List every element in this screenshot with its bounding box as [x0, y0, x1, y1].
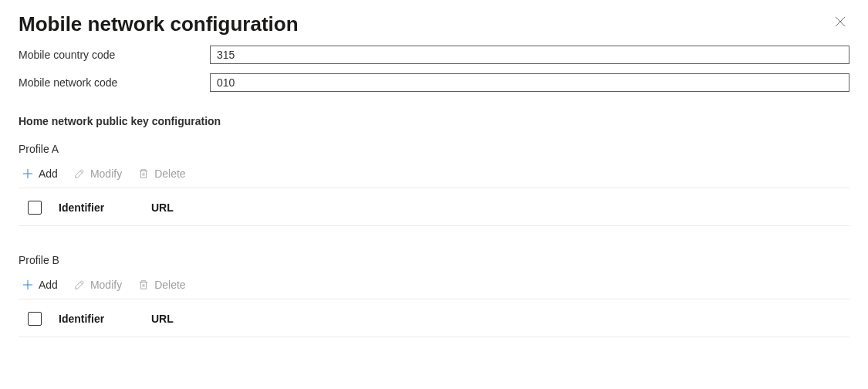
- profile-b-delete-button[interactable]: Delete: [134, 276, 188, 294]
- add-label: Add: [39, 279, 58, 291]
- trash-icon: [137, 279, 150, 291]
- delete-label: Delete: [154, 279, 185, 291]
- profile-b-col-url[interactable]: URL: [151, 313, 174, 325]
- profile-a-col-url[interactable]: URL: [151, 201, 174, 214]
- delete-label: Delete: [154, 167, 185, 180]
- section-heading: Home network public key configuration: [19, 115, 849, 127]
- profile-b-add-button[interactable]: Add: [19, 276, 61, 294]
- mobile-network-config-panel: Mobile network configuration Mobile coun…: [0, 0, 868, 356]
- pencil-icon: [73, 279, 86, 291]
- profile-b-label: Profile B: [19, 254, 849, 266]
- profile-a-table-header: Identifier URL: [19, 188, 849, 226]
- profile-a-label: Profile A: [19, 143, 849, 155]
- mnc-input[interactable]: [210, 73, 849, 92]
- panel-title: Mobile network configuration: [19, 12, 299, 36]
- plus-icon: [22, 167, 34, 180]
- mcc-input[interactable]: [210, 46, 849, 64]
- add-label: Add: [39, 167, 58, 180]
- close-icon: [835, 16, 846, 29]
- mcc-label: Mobile country code: [19, 49, 210, 61]
- modify-label: Modify: [90, 167, 122, 180]
- profile-b-toolbar: Add Modify Delete: [19, 276, 849, 299]
- profile-a-modify-button[interactable]: Modify: [70, 164, 125, 183]
- profile-b-col-identifier[interactable]: Identifier: [59, 313, 151, 325]
- modify-label: Modify: [90, 279, 122, 291]
- pencil-icon: [73, 167, 86, 180]
- profile-a-toolbar: Add Modify Delete: [19, 164, 849, 188]
- profile-b-select-all-checkbox[interactable]: [28, 312, 42, 326]
- profile-a-select-all-cell: [28, 201, 59, 215]
- plus-icon: [22, 279, 34, 291]
- trash-icon: [137, 167, 150, 180]
- mnc-label: Mobile network code: [19, 76, 210, 89]
- profile-a-add-button[interactable]: Add: [19, 164, 61, 183]
- profile-b-modify-button[interactable]: Modify: [70, 276, 125, 294]
- profile-a-delete-button[interactable]: Delete: [134, 164, 188, 183]
- profile-a-col-identifier[interactable]: Identifier: [59, 201, 151, 214]
- mcc-row: Mobile country code: [19, 46, 849, 64]
- profile-b-select-all-cell: [28, 312, 59, 326]
- panel-header: Mobile network configuration: [19, 12, 849, 36]
- mnc-row: Mobile network code: [19, 73, 849, 92]
- close-button[interactable]: [828, 11, 853, 36]
- profile-b-table-header: Identifier URL: [19, 299, 849, 337]
- profile-a-select-all-checkbox[interactable]: [28, 201, 42, 215]
